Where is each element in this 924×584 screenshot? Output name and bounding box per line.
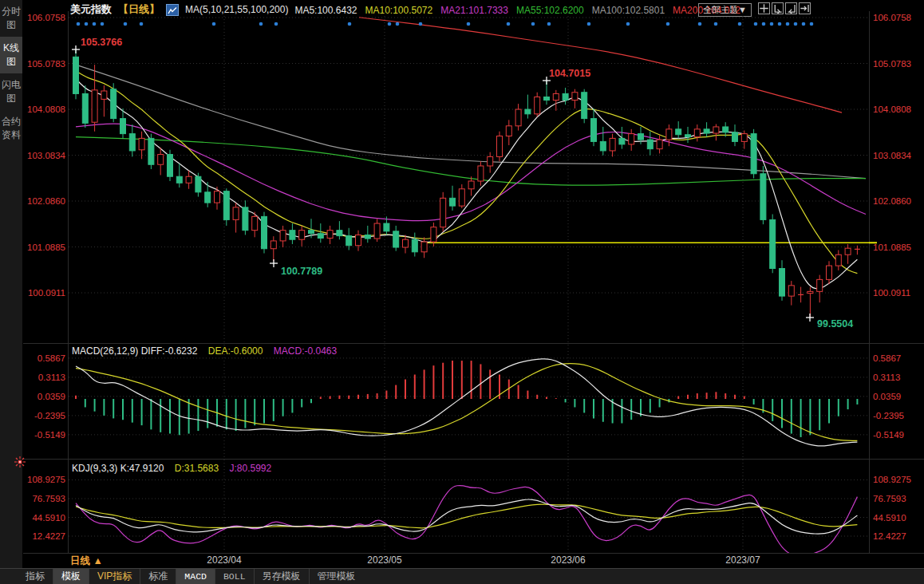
tab-另存模板[interactable]: 另存模板 xyxy=(254,569,309,584)
kdj-title: KDJ(9,3,3) K:47.9120 xyxy=(72,463,164,474)
y-axis-label: -0.5149 xyxy=(24,430,65,440)
macd-macd-value: MACD:-0.0463 xyxy=(274,345,337,357)
d-line xyxy=(76,504,857,528)
y-axis-label: 100.0911 xyxy=(873,288,910,298)
price-annotation: 104.7015 xyxy=(549,68,590,79)
tab-管理模板[interactable]: 管理模板 xyxy=(309,569,364,584)
tab-标准[interactable]: 标准 xyxy=(140,569,176,584)
y-axis-label: 0.3113 xyxy=(24,373,65,382)
kdj-d-value: D:31.5683 xyxy=(175,463,219,474)
diff-line xyxy=(76,359,857,446)
y-axis-label: 100.0911 xyxy=(24,288,65,298)
ma100-line xyxy=(76,65,866,178)
x-axis-date: 2023/06 xyxy=(551,554,585,566)
y-axis-label: 102.0860 xyxy=(873,196,911,206)
y-axis-label: 108.9275 xyxy=(24,475,65,484)
tab-BOLL[interactable]: BOLL xyxy=(215,569,254,584)
macd-title: MACD(26,12,9) DIFF:-0.6232 xyxy=(72,345,197,357)
macd-pane xyxy=(76,359,857,446)
y-axis-label: 108.9275 xyxy=(873,475,911,484)
app-window: 分时图K线图闪电图合约资料 美元指数 【日线】 MA(5,10,21,55,10… xyxy=(0,0,924,584)
x-axis-date: 2023/05 xyxy=(367,554,401,566)
candlestick-series xyxy=(73,49,860,318)
kdj-pane xyxy=(76,486,857,557)
y-axis-label: 0.5867 xyxy=(873,353,901,363)
tab-模板[interactable]: 模板 xyxy=(53,569,89,584)
y-axis-label: -0.5149 xyxy=(873,430,904,440)
y-axis-label: 0.0359 xyxy=(873,392,901,401)
y-axis-label: 101.0885 xyxy=(24,243,65,252)
y-axis-label: 0.0359 xyxy=(24,392,65,401)
y-axis-label: 44.5910 xyxy=(24,513,65,523)
up-triangle-icon: ▲ xyxy=(93,555,102,566)
tab-指标[interactable]: 指标 xyxy=(18,569,53,584)
y-axis-label: 0.3113 xyxy=(873,373,900,382)
j-line xyxy=(76,486,857,557)
k-line xyxy=(76,499,857,534)
macd-indicator-header: MACD(26,12,9) DIFF:-0.6232 DEA:-0.6000 M… xyxy=(72,345,345,357)
y-axis-label: -0.2395 xyxy=(24,411,65,420)
y-axis-label: 106.0758 xyxy=(873,13,911,22)
y-axis-label: 101.0885 xyxy=(873,243,911,252)
ma200-line xyxy=(359,18,842,112)
kdj-indicator-header: KDJ(9,3,3) K:47.9120 D:31.5683 J:80.5992 xyxy=(72,463,279,474)
y-axis-label: 0.5867 xyxy=(24,353,65,363)
bottom-tab-bar: 指标模板VIP指标标准MACDBOLL另存模板管理模板 xyxy=(0,568,924,584)
y-axis-label: 105.0783 xyxy=(873,59,911,69)
price-annotation: 100.7789 xyxy=(281,266,322,277)
x-axis-date: 2023/04 xyxy=(207,554,241,566)
y-axis-label: 76.7593 xyxy=(24,494,65,503)
y-axis-label: 105.0783 xyxy=(24,59,65,69)
kdj-j-value: J:80.5992 xyxy=(229,463,271,474)
y-axis-label: 104.0808 xyxy=(24,105,65,114)
y-axis-label: -0.2395 xyxy=(873,411,904,420)
y-axis-label: 104.0808 xyxy=(873,105,911,114)
y-axis-label: 12.4227 xyxy=(873,531,906,541)
y-axis-label: 12.4227 xyxy=(24,531,65,541)
y-axis-label: 103.0834 xyxy=(873,151,911,160)
chart-canvas[interactable] xyxy=(0,0,924,584)
alert-starburst-icon xyxy=(14,456,26,468)
tab-MACD[interactable]: MACD xyxy=(176,569,215,584)
signal-dots xyxy=(77,22,814,26)
y-axis-label: 103.0834 xyxy=(24,151,65,160)
x-axis-date: 2023/07 xyxy=(725,554,760,566)
y-axis-label: 44.5910 xyxy=(873,513,906,523)
price-annotation: 99.5504 xyxy=(817,318,853,329)
y-axis-label: 76.7593 xyxy=(873,494,906,503)
price-pane xyxy=(73,18,871,318)
period-selector[interactable]: 日线 ▲ xyxy=(70,554,103,568)
price-annotation: 105.3766 xyxy=(81,37,122,48)
macd-dea-value: DEA:-0.6000 xyxy=(208,345,263,357)
dea-line xyxy=(76,364,857,441)
y-axis-label: 106.0758 xyxy=(24,13,65,22)
y-axis-label: 102.0860 xyxy=(24,196,65,206)
tab-VIP指标[interactable]: VIP指标 xyxy=(89,569,140,584)
ma5-line xyxy=(76,79,857,289)
